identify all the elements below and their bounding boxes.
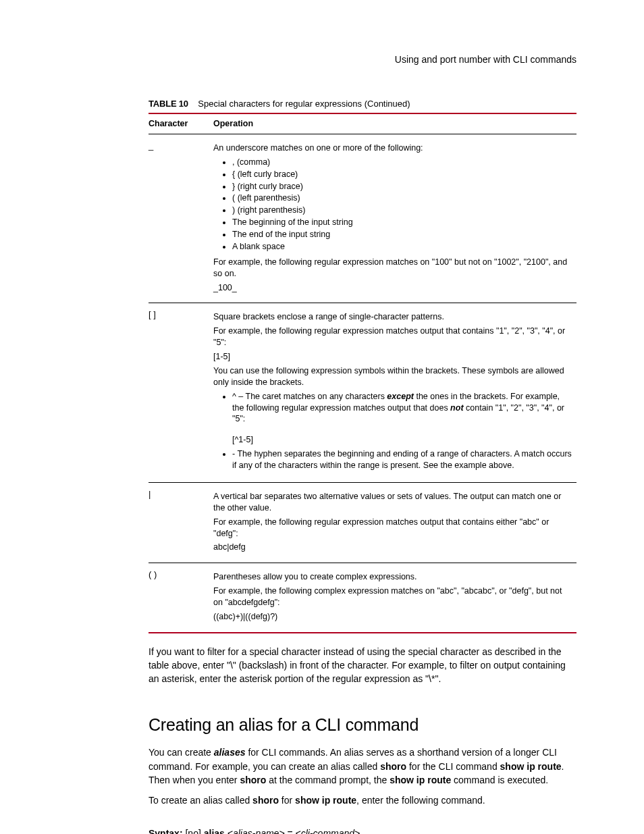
table-row: _ An underscore matches on one or more o…: [149, 134, 576, 303]
table-head-row: Character Operation: [149, 113, 576, 134]
text: for: [279, 795, 295, 806]
table-label: TABLE 10: [149, 99, 188, 109]
list-item: The end of the input string: [232, 229, 572, 240]
list-item: ^ – The caret matches on any characters …: [232, 391, 572, 446]
list-item: - The hyphen separates the beginning and…: [232, 448, 572, 471]
list-item: A blank space: [232, 241, 572, 253]
alias-paragraph-1: You can create aliases for CLI commands.…: [149, 746, 576, 787]
char-cell: |: [149, 482, 213, 563]
table-row: ( ) Parentheses allow you to create comp…: [149, 563, 576, 633]
list-item: , (comma): [232, 157, 572, 168]
kw: alias: [204, 828, 225, 834]
text: command is executed.: [451, 775, 548, 785]
char-cell: [ ]: [149, 303, 213, 483]
list-item: { (left curly brace): [232, 169, 572, 180]
op-line: For example, the following regular expre…: [213, 325, 572, 348]
alias-paragraph-2: To create an alias called shoro for show…: [149, 793, 576, 807]
op-line: Square brackets enclose a range of singl…: [213, 311, 572, 323]
kw: shoro: [240, 775, 266, 785]
running-header: Using and port number with CLI commands: [149, 54, 576, 65]
bullet-list: , (comma) { (left curly brace) } (right …: [213, 157, 572, 253]
list-item: ( (left parenthesis): [232, 192, 572, 204]
regex-table: Character Operation _ An underscore matc…: [149, 113, 576, 633]
op-line: For example, the following complex expre…: [213, 585, 572, 608]
table-row: | A vertical bar separates two alternati…: [149, 482, 576, 563]
op-cell: A vertical bar separates two alternative…: [213, 482, 576, 563]
op-example: _100_: [213, 282, 572, 294]
list-item: } (right curly brace): [232, 181, 572, 192]
text: To create an alias called: [149, 795, 252, 806]
text: =: [285, 828, 296, 834]
op-example: abc|defg: [213, 542, 572, 553]
op-cell: Square brackets enclose a range of singl…: [213, 303, 576, 483]
kw: show ip route: [500, 761, 562, 772]
syntax-line: Syntax: [no] alias <alias-name> = <cli-c…: [149, 827, 576, 834]
op-cell: An underscore matches on one or more of …: [213, 134, 576, 303]
kw: show ip route: [295, 795, 356, 806]
kw: shoro: [380, 761, 406, 772]
kw: shoro: [252, 795, 279, 806]
syntax-label: Syntax:: [149, 828, 183, 834]
emph: except: [387, 392, 414, 401]
op-example: [^1-5]: [232, 434, 572, 446]
text: You can create: [149, 747, 214, 758]
arg: <cli-command>: [296, 828, 360, 834]
op-line: You can use the following expression sym…: [213, 365, 572, 388]
heading-alias: Creating an alias for a CLI command: [149, 715, 576, 735]
op-cell: Parentheses allow you to create complex …: [213, 563, 576, 633]
list-item: The beginning of the input string: [232, 217, 572, 228]
text: [no]: [183, 828, 204, 834]
kw: show ip route: [390, 775, 451, 785]
op-example: [1-5]: [213, 351, 572, 363]
text: at the command prompt, the: [266, 775, 390, 785]
emph: not: [450, 403, 463, 413]
op-line: Parentheses allow you to create complex …: [213, 571, 572, 583]
table-title: Special characters for regular expressio…: [198, 99, 410, 109]
arg: <alias-name>: [227, 828, 285, 834]
table-caption: TABLE 10 Special characters for regular …: [149, 99, 576, 109]
op-lead: An underscore matches on one or more of …: [213, 142, 572, 154]
text: for the CLI command: [406, 761, 500, 772]
table-row: [ ] Square brackets enclose a range of s…: [149, 303, 576, 483]
op-example: ((abc)+)|((defg)?): [213, 611, 572, 623]
bullet-list: ^ – The caret matches on any characters …: [213, 391, 572, 471]
char-cell: _: [149, 134, 213, 303]
op-line: For example, the following regular expre…: [213, 517, 572, 540]
text: , enter the following command.: [356, 795, 485, 806]
char-cell: ( ): [149, 563, 213, 633]
op-tail: For example, the following regular expre…: [213, 257, 572, 280]
page: Using and port number with CLI commands …: [0, 0, 644, 834]
op-line: A vertical bar separates two alternative…: [213, 491, 572, 514]
list-item: ) (right parenthesis): [232, 205, 572, 216]
col-character: Character: [149, 113, 213, 134]
after-table-paragraph: If you want to filter for a special char…: [149, 646, 576, 686]
col-operation: Operation: [213, 113, 576, 134]
text: ^ – The caret matches on any characters: [232, 392, 387, 401]
emph: aliases: [214, 747, 246, 758]
